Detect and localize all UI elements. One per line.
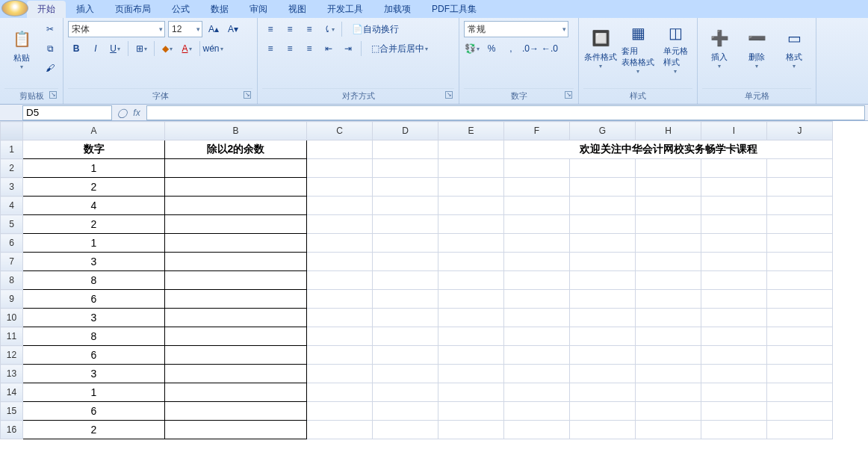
cell-B11[interactable] [165, 327, 307, 346]
comma-button[interactable]: , [503, 40, 519, 57]
cell-H2[interactable] [636, 159, 701, 178]
row-header-16[interactable]: 16 [1, 421, 23, 439]
align-middle-button[interactable]: ≡ [282, 21, 298, 37]
cell-F3[interactable] [504, 178, 570, 197]
cell-I8[interactable] [701, 271, 767, 290]
cell-F5[interactable] [504, 215, 570, 234]
tab-dev[interactable]: 开发工具 [317, 1, 373, 18]
cell-F13[interactable] [504, 365, 570, 383]
cell-J6[interactable] [767, 234, 833, 253]
launcher-icon[interactable]: ↘ [565, 91, 572, 99]
fill-color-button[interactable]: ◆ [159, 40, 176, 57]
cell-C8[interactable] [307, 271, 373, 290]
cell-J16[interactable] [767, 421, 833, 439]
cell-D4[interactable] [373, 197, 438, 215]
cell-J2[interactable] [767, 159, 833, 178]
font-size-combo[interactable]: 12 [168, 21, 202, 37]
cell-B8[interactable] [165, 271, 307, 290]
cell-J9[interactable] [767, 290, 833, 309]
cell-D7[interactable] [373, 253, 438, 271]
grow-font-button[interactable]: A▴ [205, 21, 222, 37]
cell-E10[interactable] [438, 309, 504, 327]
cell-H11[interactable] [636, 327, 701, 346]
cell-D13[interactable] [373, 365, 438, 383]
conditional-format-button[interactable]: 🔲条件格式▾ [583, 21, 618, 75]
cell-A14[interactable]: 1 [23, 383, 165, 402]
cell-H3[interactable] [636, 178, 701, 197]
align-top-button[interactable]: ≡ [262, 21, 279, 37]
cell-C6[interactable] [307, 234, 373, 253]
cell-G8[interactable] [570, 271, 636, 290]
row-header-12[interactable]: 12 [1, 346, 23, 365]
cell-A7[interactable]: 3 [23, 253, 165, 271]
cell-D3[interactable] [373, 178, 438, 197]
indent-dec-button[interactable]: ⇤ [320, 40, 337, 57]
cell-B16[interactable] [165, 421, 307, 439]
cell-C1[interactable] [307, 140, 373, 159]
cell-D9[interactable] [373, 290, 438, 309]
cell-H8[interactable] [636, 271, 701, 290]
cell-B14[interactable] [165, 383, 307, 402]
cell-I16[interactable] [701, 421, 767, 439]
tab-formulas[interactable]: 公式 [161, 1, 200, 18]
cell-J12[interactable] [767, 346, 833, 365]
row-header-6[interactable]: 6 [1, 234, 23, 253]
cell-H4[interactable] [636, 197, 701, 215]
cell-I14[interactable] [701, 383, 767, 402]
row-header-15[interactable]: 15 [1, 402, 23, 421]
row-header-4[interactable]: 4 [1, 197, 23, 215]
format-as-table-button[interactable]: ▦套用 表格格式▾ [621, 21, 655, 75]
cell-C10[interactable] [307, 309, 373, 327]
cell-F11[interactable] [504, 327, 570, 346]
cell-I15[interactable] [701, 402, 767, 421]
orientation-button[interactable]: ⤹ [320, 21, 337, 37]
cell-H13[interactable] [636, 365, 701, 383]
cell-E13[interactable] [438, 365, 504, 383]
col-header-I[interactable]: I [701, 122, 767, 140]
cell-I9[interactable] [701, 290, 767, 309]
bold-button[interactable]: B [68, 40, 84, 57]
cell-E9[interactable] [438, 290, 504, 309]
cell-G6[interactable] [570, 234, 636, 253]
cell-B3[interactable] [165, 178, 307, 197]
tab-insert[interactable]: 插入 [66, 1, 105, 18]
col-header-D[interactable]: D [373, 122, 438, 140]
format-cells-button[interactable]: ▭格式▾ [777, 21, 811, 75]
cell-F7[interactable] [504, 253, 570, 271]
font-name-combo[interactable]: 宋体 [68, 21, 165, 37]
cell-C14[interactable] [307, 383, 373, 402]
cell-B12[interactable] [165, 346, 307, 365]
cell-E3[interactable] [438, 178, 504, 197]
launcher-icon[interactable]: ↘ [445, 91, 453, 99]
font-color-button[interactable]: A [179, 40, 195, 57]
cell-H6[interactable] [636, 234, 701, 253]
cell-D6[interactable] [373, 234, 438, 253]
cell-I13[interactable] [701, 365, 767, 383]
cell-B9[interactable] [165, 290, 307, 309]
cell-B6[interactable] [165, 234, 307, 253]
indent-inc-button[interactable]: ⇥ [340, 40, 356, 57]
phonetic-button[interactable]: wén [205, 40, 221, 57]
currency-button[interactable]: 💱 [464, 40, 480, 57]
row-header-7[interactable]: 7 [1, 253, 23, 271]
cell-G9[interactable] [570, 290, 636, 309]
spreadsheet-grid[interactable]: ABCDEFGHIJ1数字除以2的余数欢迎关注中华会计网校实务畅学卡课程2132… [0, 121, 833, 439]
cell-J4[interactable] [767, 197, 833, 215]
cell-C12[interactable] [307, 346, 373, 365]
cell-E16[interactable] [438, 421, 504, 439]
cell-C4[interactable] [307, 197, 373, 215]
cell-E11[interactable] [438, 327, 504, 346]
cell-D16[interactable] [373, 421, 438, 439]
cell-C11[interactable] [307, 327, 373, 346]
tab-home[interactable]: 开始 [27, 1, 66, 18]
inc-decimal-button[interactable]: .0→ [522, 40, 539, 57]
cell-J13[interactable] [767, 365, 833, 383]
launcher-icon[interactable]: ↘ [49, 91, 57, 99]
formula-input[interactable] [146, 105, 865, 120]
cell-E1[interactable] [438, 140, 504, 159]
cell-E8[interactable] [438, 271, 504, 290]
cell-I12[interactable] [701, 346, 767, 365]
dec-decimal-button[interactable]: ←.0 [542, 40, 558, 57]
cell-C9[interactable] [307, 290, 373, 309]
cell-B2[interactable] [165, 159, 307, 178]
